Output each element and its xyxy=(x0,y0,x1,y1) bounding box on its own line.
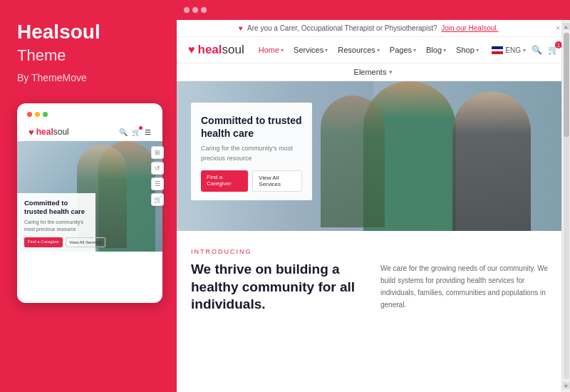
dot-red xyxy=(27,112,32,117)
hero-person-3 xyxy=(321,96,385,227)
intro-description: We care for the growing needs of our com… xyxy=(380,262,556,311)
intro-right: We care for the growing needs of our com… xyxy=(380,248,556,314)
by-line: By ThemeMove xyxy=(17,72,160,83)
nav-link-pages[interactable]: Pages ▾ xyxy=(390,46,416,54)
desktop-logo-heart-icon: ♥ xyxy=(188,43,195,56)
scrollbar-track xyxy=(564,33,569,379)
mobile-cart-icon[interactable]: 🛒 xyxy=(132,128,140,136)
mobile-logo: ♥ healsoul xyxy=(28,127,115,138)
scrollbar-thumb[interactable] xyxy=(564,33,569,137)
desktop-logo-heal: heal xyxy=(198,43,222,56)
mobile-logo-text: healsoul xyxy=(36,127,69,137)
elements-label: Elements xyxy=(354,68,387,76)
intro-section: INTRODUCING We thrive on building a heal… xyxy=(177,231,570,325)
notif-text: Are you a Carer, Occupational Therapist … xyxy=(247,24,437,32)
side-tool-4[interactable]: 🛒 xyxy=(151,193,164,206)
desktop-logo-soul: soul xyxy=(222,43,244,56)
elements-arrow-icon: ▾ xyxy=(389,68,393,76)
mobile-hero-subtitle: Caring for the community's most precious… xyxy=(24,219,88,233)
browser-dot-2 xyxy=(192,7,198,13)
mobile-hero-overlay: Committed to trusted health care Caring … xyxy=(17,193,95,252)
scrollbar[interactable]: ▲ ▼ xyxy=(561,20,570,392)
mobile-hero-buttons: Find a Caregiver View All Services xyxy=(24,237,88,247)
intro-label: INTRODUCING xyxy=(191,248,366,255)
desktop-nav-right: ENG ▾ 🔍 🛒 1 xyxy=(492,45,559,55)
resources-arrow-icon: ▾ xyxy=(377,47,380,53)
desktop-logo-text: healsoul xyxy=(198,43,244,57)
dot-green xyxy=(43,112,48,117)
blog-arrow-icon: ▾ xyxy=(443,47,446,53)
lang-label: ENG xyxy=(505,46,521,54)
shop-arrow-icon: ▾ xyxy=(476,47,479,53)
mobile-nav-icons: 🔍 🛒 ☰ xyxy=(119,128,151,136)
hero-title: Committed to trusted health care xyxy=(201,114,302,140)
theme-subtitle: Theme xyxy=(17,46,160,65)
lang-arrow-icon: ▾ xyxy=(523,47,526,53)
side-tool-1[interactable]: ⊞ xyxy=(151,146,164,159)
theme-title: Healsoul xyxy=(17,21,160,43)
left-panel: Healsoul Theme By ThemeMove ♥ healsoul 🔍… xyxy=(0,0,177,392)
desktop-preview: ♥ Are you a Carer, Occupational Therapis… xyxy=(177,20,570,392)
hero-buttons: Find a Caregiver View All Services xyxy=(201,170,302,192)
side-tool-2[interactable]: ↺ xyxy=(151,162,164,175)
mobile-sidebar-tools: ⊞ ↺ ☰ 🛒 xyxy=(151,146,164,206)
right-panel: ♥ Are you a Carer, Occupational Therapis… xyxy=(177,0,570,392)
mobile-hero-title: Committed to trusted health care xyxy=(24,199,88,217)
mobile-find-caregiver-button[interactable]: Find a Caregiver xyxy=(24,237,63,247)
notification-bar: ♥ Are you a Carer, Occupational Therapis… xyxy=(177,20,570,37)
lang-selector[interactable]: ENG ▾ xyxy=(492,46,526,54)
mobile-browser-dots xyxy=(24,110,155,118)
notif-close-button[interactable]: × xyxy=(556,24,560,32)
home-arrow-icon: ▾ xyxy=(281,47,284,53)
nav-link-blog[interactable]: Blog ▾ xyxy=(426,46,446,54)
nav-link-home[interactable]: Home ▾ xyxy=(259,46,284,54)
hero-subtitle: Caring for the community's most precious… xyxy=(201,144,302,163)
hero-find-caregiver-button[interactable]: Find a Caregiver xyxy=(201,170,248,192)
elements-nav-link[interactable]: Elements ▾ xyxy=(354,68,393,76)
desktop-cart-icon[interactable]: 🛒 1 xyxy=(548,45,559,55)
intro-title: We thrive on building a healthy communit… xyxy=(191,261,366,314)
browser-chrome xyxy=(177,0,570,20)
pages-arrow-icon: ▾ xyxy=(413,47,416,53)
mobile-logo-heal: heal xyxy=(36,127,53,137)
flag-icon xyxy=(492,46,503,54)
side-tool-3[interactable]: ☰ xyxy=(151,177,164,190)
mobile-mockup: ♥ healsoul 🔍 🛒 ☰ Committed to trusted he… xyxy=(17,103,162,303)
mobile-heart-icon: ♥ xyxy=(28,127,34,138)
mobile-hero: Committed to trusted health care Caring … xyxy=(17,141,162,252)
notif-link[interactable]: Join our Healsoul. xyxy=(441,24,498,32)
mobile-search-icon[interactable]: 🔍 xyxy=(119,128,128,136)
desktop-nav: ♥ healsoul Home ▾ Services ▾ Resources ▾… xyxy=(177,37,570,63)
nav-link-shop[interactable]: Shop ▾ xyxy=(456,46,479,54)
dot-yellow xyxy=(35,112,40,117)
hero-section: Committed to trusted health care Caring … xyxy=(177,81,570,231)
hero-view-services-button[interactable]: View All Services xyxy=(252,170,302,192)
mobile-logo-soul: soul xyxy=(53,127,69,137)
mobile-nav: ♥ healsoul 🔍 🛒 ☰ xyxy=(24,124,155,141)
mobile-view-services-button[interactable]: View All Services xyxy=(66,237,105,247)
scrollbar-up-button[interactable]: ▲ xyxy=(563,23,570,30)
browser-dot-3 xyxy=(201,7,207,13)
desktop-logo: ♥ healsoul xyxy=(188,43,244,57)
hero-text-box: Committed to trusted health care Caring … xyxy=(191,103,312,200)
desktop-search-icon[interactable]: 🔍 xyxy=(532,45,542,55)
intro-left: INTRODUCING We thrive on building a heal… xyxy=(191,248,366,314)
browser-dot-1 xyxy=(184,7,190,13)
browser-dots xyxy=(184,7,207,13)
nav-link-services[interactable]: Services ▾ xyxy=(294,46,328,54)
notif-heart-icon: ♥ xyxy=(239,24,243,32)
services-arrow-icon: ▾ xyxy=(325,47,328,53)
hero-patient-figure xyxy=(452,92,531,231)
scrollbar-down-button[interactable]: ▼ xyxy=(563,382,570,389)
nav-link-resources[interactable]: Resources ▾ xyxy=(338,46,380,54)
desktop-nav-links: Home ▾ Services ▾ Resources ▾ Pages ▾ Bl… xyxy=(259,46,487,54)
mobile-menu-icon[interactable]: ☰ xyxy=(145,128,151,136)
elements-nav: Elements ▾ xyxy=(177,63,570,81)
